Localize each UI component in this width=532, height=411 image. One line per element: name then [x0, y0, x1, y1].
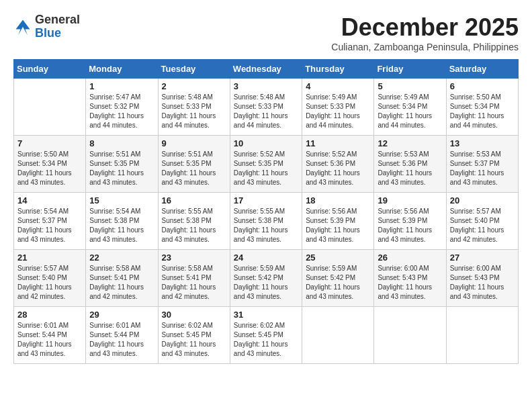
- day-number: 29: [89, 310, 154, 320]
- calendar-cell: 7Sunrise: 5:50 AM Sunset: 5:34 PM Daylig…: [14, 136, 86, 193]
- day-info: Sunrise: 5:59 AM Sunset: 5:42 PM Dayligh…: [306, 264, 370, 302]
- calendar-week-row: 14Sunrise: 5:54 AM Sunset: 5:37 PM Dayli…: [14, 193, 519, 250]
- day-info: Sunrise: 6:00 AM Sunset: 5:43 PM Dayligh…: [450, 264, 515, 302]
- day-number: 2: [162, 81, 226, 91]
- day-info: Sunrise: 5:49 AM Sunset: 5:34 PM Dayligh…: [378, 93, 442, 130]
- day-info: Sunrise: 5:54 AM Sunset: 5:37 PM Dayligh…: [17, 207, 82, 244]
- calendar-cell: 25Sunrise: 5:59 AM Sunset: 5:42 PM Dayli…: [302, 250, 374, 307]
- day-info: Sunrise: 5:58 AM Sunset: 5:41 PM Dayligh…: [162, 264, 226, 302]
- calendar-table: SundayMondayTuesdayWednesdayThursdayFrid…: [13, 59, 519, 364]
- day-number: 1: [89, 81, 154, 91]
- calendar-week-row: 21Sunrise: 5:57 AM Sunset: 5:40 PM Dayli…: [14, 250, 519, 307]
- logo-text: General Blue: [35, 13, 80, 40]
- calendar-cell: 21Sunrise: 5:57 AM Sunset: 5:40 PM Dayli…: [14, 250, 86, 307]
- calendar-cell: 31Sunrise: 6:02 AM Sunset: 5:45 PM Dayli…: [230, 307, 302, 364]
- day-number: 13: [450, 138, 515, 148]
- day-info: Sunrise: 5:54 AM Sunset: 5:38 PM Dayligh…: [89, 207, 154, 244]
- day-info: Sunrise: 5:50 AM Sunset: 5:34 PM Dayligh…: [17, 150, 82, 187]
- day-number: 30: [162, 310, 226, 320]
- day-number: 14: [17, 195, 82, 205]
- location-title: Culianan, Zamboanga Peninsula, Philippin…: [331, 42, 519, 52]
- calendar-cell: 6Sunrise: 5:50 AM Sunset: 5:34 PM Daylig…: [446, 79, 518, 136]
- calendar-cell: [302, 307, 374, 364]
- day-number: 15: [89, 195, 154, 205]
- day-number: 6: [450, 81, 515, 91]
- title-area: December 2025 Culianan, Zamboanga Penins…: [331, 13, 519, 52]
- calendar-cell: 1Sunrise: 5:47 AM Sunset: 5:32 PM Daylig…: [86, 79, 158, 136]
- calendar-cell: 4Sunrise: 5:49 AM Sunset: 5:33 PM Daylig…: [302, 79, 374, 136]
- day-info: Sunrise: 5:57 AM Sunset: 5:40 PM Dayligh…: [17, 264, 82, 302]
- day-info: Sunrise: 5:55 AM Sunset: 5:38 PM Dayligh…: [234, 207, 298, 244]
- calendar-cell: 17Sunrise: 5:55 AM Sunset: 5:38 PM Dayli…: [230, 193, 302, 250]
- calendar-cell: 11Sunrise: 5:52 AM Sunset: 5:36 PM Dayli…: [302, 136, 374, 193]
- day-number: 7: [17, 138, 82, 148]
- calendar-cell: 30Sunrise: 6:02 AM Sunset: 5:45 PM Dayli…: [158, 307, 230, 364]
- day-number: 20: [450, 195, 515, 205]
- calendar-cell: 9Sunrise: 5:51 AM Sunset: 5:35 PM Daylig…: [158, 136, 230, 193]
- calendar-cell: [446, 307, 518, 364]
- calendar-cell: 20Sunrise: 5:57 AM Sunset: 5:40 PM Dayli…: [446, 193, 518, 250]
- day-info: Sunrise: 5:56 AM Sunset: 5:39 PM Dayligh…: [306, 207, 370, 244]
- logo: General Blue: [13, 13, 80, 40]
- day-info: Sunrise: 5:50 AM Sunset: 5:34 PM Dayligh…: [450, 93, 515, 130]
- day-number: 10: [234, 138, 298, 148]
- logo-icon: [13, 17, 32, 36]
- day-number: 18: [306, 195, 370, 205]
- day-info: Sunrise: 6:00 AM Sunset: 5:43 PM Dayligh…: [378, 264, 442, 302]
- calendar-cell: 23Sunrise: 5:58 AM Sunset: 5:41 PM Dayli…: [158, 250, 230, 307]
- calendar-cell: 12Sunrise: 5:53 AM Sunset: 5:36 PM Dayli…: [374, 136, 446, 193]
- logo-general: General: [35, 13, 80, 27]
- calendar-week-row: 28Sunrise: 6:01 AM Sunset: 5:44 PM Dayli…: [14, 307, 519, 364]
- day-number: 26: [378, 253, 442, 263]
- day-info: Sunrise: 5:51 AM Sunset: 5:35 PM Dayligh…: [162, 150, 226, 187]
- day-number: 4: [306, 81, 370, 91]
- day-number: 9: [162, 138, 226, 148]
- day-info: Sunrise: 6:02 AM Sunset: 5:45 PM Dayligh…: [162, 321, 226, 359]
- day-number: 8: [89, 138, 154, 148]
- page-header: General Blue December 2025 Culianan, Zam…: [13, 13, 519, 52]
- calendar-cell: 18Sunrise: 5:56 AM Sunset: 5:39 PM Dayli…: [302, 193, 374, 250]
- day-number: 22: [89, 253, 154, 263]
- header-day: Sunday: [14, 60, 86, 79]
- header-day: Monday: [86, 60, 158, 79]
- day-info: Sunrise: 5:53 AM Sunset: 5:36 PM Dayligh…: [378, 150, 442, 187]
- day-number: 12: [378, 138, 442, 148]
- calendar-cell: 13Sunrise: 5:53 AM Sunset: 5:37 PM Dayli…: [446, 136, 518, 193]
- day-number: 23: [162, 253, 226, 263]
- day-info: Sunrise: 6:02 AM Sunset: 5:45 PM Dayligh…: [234, 321, 298, 359]
- calendar-cell: 5Sunrise: 5:49 AM Sunset: 5:34 PM Daylig…: [374, 79, 446, 136]
- day-number: 31: [234, 310, 298, 320]
- calendar-cell: 19Sunrise: 5:56 AM Sunset: 5:39 PM Dayli…: [374, 193, 446, 250]
- calendar-cell: 28Sunrise: 6:01 AM Sunset: 5:44 PM Dayli…: [14, 307, 86, 364]
- day-number: 11: [306, 138, 370, 148]
- day-info: Sunrise: 5:48 AM Sunset: 5:33 PM Dayligh…: [162, 93, 226, 130]
- calendar-cell: 24Sunrise: 5:59 AM Sunset: 5:42 PM Dayli…: [230, 250, 302, 307]
- day-info: Sunrise: 5:47 AM Sunset: 5:32 PM Dayligh…: [89, 93, 154, 130]
- day-info: Sunrise: 6:01 AM Sunset: 5:44 PM Dayligh…: [17, 321, 82, 359]
- calendar-cell: 14Sunrise: 5:54 AM Sunset: 5:37 PM Dayli…: [14, 193, 86, 250]
- header-day: Friday: [374, 60, 446, 79]
- calendar-cell: [14, 79, 86, 136]
- day-info: Sunrise: 5:57 AM Sunset: 5:40 PM Dayligh…: [450, 207, 515, 244]
- header-day: Saturday: [446, 60, 518, 79]
- calendar-cell: 26Sunrise: 6:00 AM Sunset: 5:43 PM Dayli…: [374, 250, 446, 307]
- day-number: 24: [234, 253, 298, 263]
- month-title: December 2025: [331, 13, 519, 42]
- calendar-cell: 3Sunrise: 5:48 AM Sunset: 5:33 PM Daylig…: [230, 79, 302, 136]
- calendar-cell: 15Sunrise: 5:54 AM Sunset: 5:38 PM Dayli…: [86, 193, 158, 250]
- calendar-cell: 10Sunrise: 5:52 AM Sunset: 5:35 PM Dayli…: [230, 136, 302, 193]
- day-info: Sunrise: 5:55 AM Sunset: 5:38 PM Dayligh…: [162, 207, 226, 244]
- header-day: Tuesday: [158, 60, 230, 79]
- day-number: 27: [450, 253, 515, 263]
- day-info: Sunrise: 5:58 AM Sunset: 5:41 PM Dayligh…: [89, 264, 154, 302]
- logo-blue: Blue: [35, 27, 80, 40]
- calendar-cell: [374, 307, 446, 364]
- header-day: Wednesday: [230, 60, 302, 79]
- svg-marker-0: [16, 19, 30, 35]
- day-number: 21: [17, 253, 82, 263]
- day-number: 28: [17, 310, 82, 320]
- day-info: Sunrise: 5:59 AM Sunset: 5:42 PM Dayligh…: [234, 264, 298, 302]
- day-info: Sunrise: 6:01 AM Sunset: 5:44 PM Dayligh…: [89, 321, 154, 359]
- calendar-week-row: 1Sunrise: 5:47 AM Sunset: 5:32 PM Daylig…: [14, 79, 519, 136]
- calendar-cell: 8Sunrise: 5:51 AM Sunset: 5:35 PM Daylig…: [86, 136, 158, 193]
